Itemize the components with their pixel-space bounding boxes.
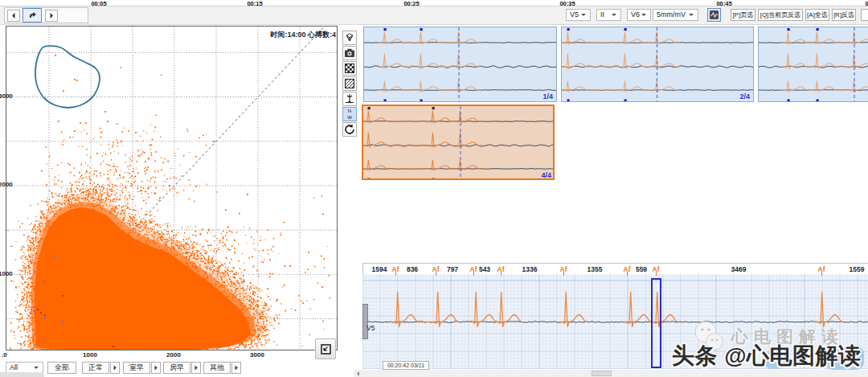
svg-text:1/4: 1/4 <box>542 92 553 100</box>
svg-text:4/4: 4/4 <box>541 171 551 179</box>
svg-text:2/4: 2/4 <box>739 92 750 100</box>
svg-text:时间:14:00 心搏数:4: 时间:14:00 心搏数:4 <box>270 31 336 39</box>
